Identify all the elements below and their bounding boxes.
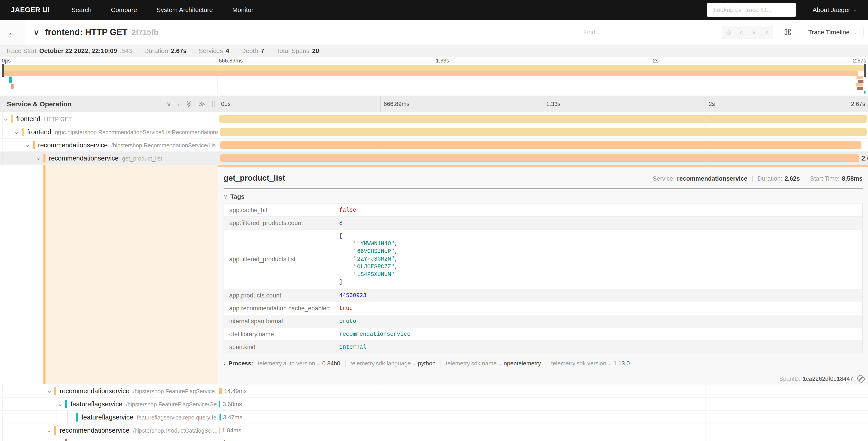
chevron-down-icon[interactable]: ⌄: [25, 139, 30, 151]
span-row-name-cell[interactable]: ⌄frontendHTTP GET: [0, 112, 218, 125]
span-row-timeline-cell[interactable]: [218, 112, 868, 125]
left-scrub-handle[interactable]: [2, 64, 4, 77]
span-rows-top: ⌄frontendHTTP GET⌄frontendgrpc.hipstersh…: [0, 112, 868, 165]
process-key: telemetry.sdk.language: [350, 360, 411, 367]
nav-item-system-architecture[interactable]: System Architecture: [157, 6, 213, 13]
indent-guide: [24, 424, 24, 437]
trace-view-dropdown[interactable]: Trace Timeline ⌄: [802, 26, 864, 39]
span-row-timeline-cell[interactable]: [218, 437, 868, 441]
service-name: featureflagservice: [82, 414, 133, 421]
chevron-down-icon[interactable]: ⌄: [46, 424, 52, 437]
span-color-strip: [43, 165, 45, 384]
span-bar[interactable]: [220, 141, 862, 149]
minimap-span-frontend-grpc-span: [4, 70, 858, 76]
span-row-name-cell[interactable]: ⌄featureflagservice/hipstershop.FeatureF…: [0, 398, 218, 410]
minimap-span-late-span-2: [858, 80, 864, 83]
process-label[interactable]: Process:: [228, 360, 253, 367]
span-bar[interactable]: [224, 440, 225, 441]
span-bar[interactable]: [220, 154, 859, 162]
span-row-timeline-cell[interactable]: [218, 125, 868, 138]
span-bar[interactable]: [219, 388, 222, 394]
span-bar[interactable]: [220, 128, 867, 136]
span-bar[interactable]: [219, 427, 220, 434]
minimap-span-early-catalog-span: [11, 84, 14, 89]
collapse-one-icon[interactable]: ∨: [166, 101, 171, 108]
ruler-gridline: [380, 96, 381, 112]
span-row-timeline-cell[interactable]: 1.04ms: [218, 424, 868, 437]
span-row-name-cell[interactable]: ⌄recommendationservice/hipstershop.Featu…: [0, 384, 218, 397]
span-row-timeline-cell[interactable]: [218, 139, 868, 151]
prev-result-icon[interactable]: ∧: [735, 26, 748, 39]
tag-list-item: "1YMWWN1N4O",: [339, 240, 398, 248]
trace-title: frontend: HTTP GET: [45, 27, 128, 37]
back-button[interactable]: ←: [0, 20, 25, 45]
nav-menu: SearchCompareSystem ArchitectureMonitor: [71, 6, 253, 13]
tag-row: app.cache_hitfalse: [224, 204, 862, 217]
span-row-name-cell[interactable]: ⌄recommendationservice/hipstershop.Recom…: [0, 139, 218, 151]
divider: [752, 176, 753, 182]
right-scrub-handle[interactable]: [864, 64, 866, 77]
trace-id-search[interactable]: [707, 3, 796, 17]
span-bar[interactable]: [219, 115, 867, 123]
tag-key: internal.span.format: [224, 318, 339, 325]
find-input[interactable]: [578, 26, 722, 39]
expand-all-icon[interactable]: ≫: [198, 101, 206, 108]
tags-section-toggle[interactable]: ∨ Tags: [223, 193, 863, 200]
chevron-down-icon[interactable]: ⌄: [46, 384, 52, 397]
span-row-timeline-cell[interactable]: 2.62s: [218, 152, 868, 165]
about-jaeger-menu[interactable]: About Jaeger ⌄: [812, 6, 857, 13]
locate-icon[interactable]: ◎: [722, 26, 735, 39]
start-time-label: Start Time:: [810, 175, 840, 182]
indent-guide: [57, 411, 57, 423]
jaeger-logo[interactable]: JAEGER UI: [11, 6, 50, 14]
span-row-name-cell[interactable]: ⌄frontendgrpc.hipstershop.Recommendation…: [0, 125, 218, 138]
service-operation-title: Service & Operation: [7, 100, 72, 108]
timeline-gridline: [706, 398, 706, 410]
keyboard-shortcuts-button[interactable]: ⌘: [779, 26, 796, 39]
expand-collapse-controls: ∨ › ≫ ≫: [166, 101, 206, 108]
span-operation-name: get_product_list: [223, 173, 285, 182]
span-id-row: SpanID: 1ca2262df0e18447: [779, 375, 864, 382]
trace-id-search-input[interactable]: [713, 6, 794, 13]
span-row-name-cell[interactable]: ⌄recommendationservice/hipstershop.Produ…: [0, 424, 218, 437]
tag-value: false: [339, 207, 356, 213]
chevron-down-icon[interactable]: ⌄: [58, 398, 63, 410]
chevron-down-icon[interactable]: ⌄: [14, 125, 19, 138]
span-detail-panel: get_product_list Service: recommendation…: [218, 165, 868, 384]
span-row-timeline-cell[interactable]: 14.49ms: [218, 384, 868, 397]
summary-label: Depth: [241, 47, 258, 55]
link-icon[interactable]: [855, 374, 865, 383]
chevron-down-icon[interactable]: ⌄: [36, 152, 41, 164]
span-name-label: featureflagservice/hipstershop.FeatureFl…: [71, 398, 218, 410]
tag-key: app.cache_hit: [224, 207, 339, 214]
tag-key: app.filtered_products.count: [224, 219, 339, 227]
column-resizer-handle[interactable]: [212, 101, 215, 107]
span-row-timeline-cell[interactable]: 3.47ms: [218, 411, 868, 423]
nav-item-monitor[interactable]: Monitor: [232, 6, 253, 13]
indent-guide: [13, 411, 13, 423]
nav-item-search[interactable]: Search: [71, 6, 92, 13]
minimap-span-late-teal-span: [864, 91, 866, 94]
collapse-all-icon[interactable]: ≫: [186, 100, 192, 108]
tag-row: app.filtered_products.count8: [224, 217, 862, 230]
span-row: ⌄recommendationservice/hipstershop.Recom…: [0, 139, 868, 152]
jaeger-trace-page: JAEGER UI SearchCompareSystem Architectu…: [0, 0, 868, 441]
expand-one-icon[interactable]: ›: [177, 101, 180, 108]
span-row-timeline-cell[interactable]: 3.68ms: [218, 398, 868, 410]
process-value: opentelemetry: [504, 360, 541, 367]
chevron-down-icon[interactable]: ⌄: [3, 112, 8, 125]
summary-label: Duration: [144, 47, 168, 55]
minimap-canvas[interactable]: [0, 64, 868, 94]
collapse-trace-chevron-icon[interactable]: ∨: [33, 28, 39, 37]
span-detail-body: get_product_list Service: recommendation…: [218, 167, 868, 384]
next-result-icon[interactable]: ∨: [748, 26, 760, 39]
span-row-name-cell[interactable]: ⌄recommendationserviceget_product_list: [0, 152, 218, 165]
span-row-name-cell[interactable]: [0, 437, 218, 441]
nav-item-compare[interactable]: Compare: [111, 6, 137, 13]
span-bar[interactable]: [219, 401, 220, 408]
chevron-down-icon: ⌄: [853, 7, 857, 13]
chevron-right-icon[interactable]: ›: [223, 360, 226, 367]
span-row-name-cell[interactable]: featureflagservicefeatureflagservice.rep…: [0, 411, 218, 423]
clear-icon[interactable]: ×: [760, 26, 773, 39]
span-bar[interactable]: [219, 414, 221, 421]
